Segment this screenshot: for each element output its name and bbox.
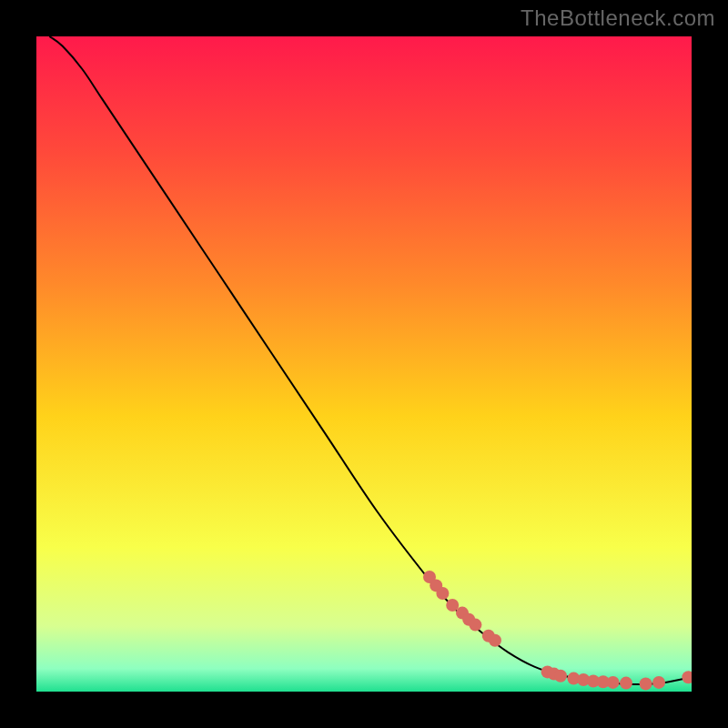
- watermark-label: TheBottleneck.com: [521, 5, 715, 31]
- data-point: [489, 634, 501, 647]
- plot-area: [36, 36, 692, 692]
- gradient-background: [36, 36, 692, 692]
- chart-frame: TheBottleneck.com: [0, 0, 728, 728]
- data-point: [620, 677, 632, 690]
- data-point: [554, 670, 567, 682]
- chart-svg: [36, 36, 692, 692]
- data-point: [640, 677, 652, 690]
- data-point: [607, 676, 620, 689]
- data-point: [469, 619, 481, 632]
- data-point: [436, 587, 449, 600]
- data-point: [652, 676, 665, 689]
